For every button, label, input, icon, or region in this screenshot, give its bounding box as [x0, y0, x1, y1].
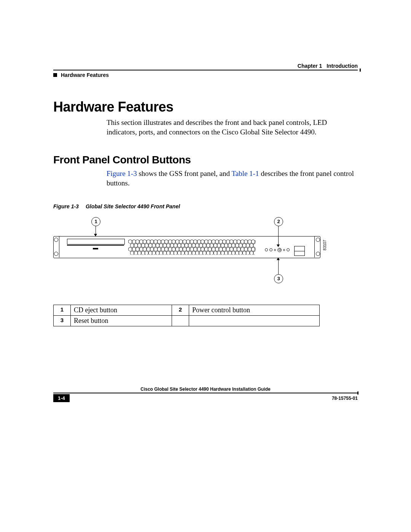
cd-tray — [67, 239, 125, 244]
callout-3-line — [278, 260, 279, 274]
callout-num: 1 — [54, 305, 71, 315]
ventilation-grille: ⬡⬡⬡⬡⬡⬡⬡⬡⬡⬡⬡⬡⬡⬡⬡⬡⬡⬡⬡⬡⬡⬡⬡⬡⬡⬡⬡⬡⬡⬡⬡⬡⬡⬡⬡⬡⬡⬡ ⬡… — [128, 240, 255, 255]
table-row: 1 CD eject button 2 Power control button — [54, 305, 320, 315]
callout-num-empty — [172, 315, 189, 326]
cd-slot — [67, 245, 124, 246]
reset-button-graphic — [287, 248, 290, 251]
header-rule — [53, 70, 358, 70]
figure-caption: Figure 1-3Global Site Selector 4490 Fron… — [53, 203, 358, 209]
callout-desc-empty — [189, 315, 319, 326]
device-outline: ⬡⬡⬡⬡⬡⬡⬡⬡⬡⬡⬡⬡⬡⬡⬡⬡⬡⬡⬡⬡⬡⬡⬡⬡⬡⬡⬡⬡⬡⬡⬡⬡⬡⬡⬡⬡⬡⬡ ⬡… — [53, 236, 320, 258]
callout-2: 2 — [274, 217, 283, 226]
table-row: 3 Reset button — [54, 315, 320, 326]
callout-3: 3 — [274, 274, 283, 283]
running-head-marker — [53, 73, 57, 77]
paragraph-2: Figure 1-3 shows the GSS front panel, an… — [107, 169, 358, 188]
chapter-label: Chapter 1 — [298, 63, 322, 69]
callout-num: 2 — [172, 305, 189, 315]
cd-eject-button-graphic — [93, 248, 98, 249]
intro-paragraph: This section illustrates and describes t… — [107, 118, 358, 137]
footer-rule — [53, 393, 358, 393]
figure-title: Global Site Selector 4490 Front Panel — [86, 203, 180, 209]
callout-1-line — [96, 226, 96, 235]
callout-1: 1 — [91, 217, 100, 226]
chapter-header: Chapter 1 Introduction — [53, 63, 358, 69]
rack-ear-right — [314, 236, 321, 257]
figure-xref[interactable]: Figure 1-3 — [107, 169, 137, 177]
callout-desc: Reset button — [71, 315, 172, 326]
running-head: Hardware Features — [53, 72, 358, 78]
rack-ear-left — [53, 236, 59, 257]
callout-table: 1 CD eject button 2 Power control button… — [53, 305, 320, 326]
figure-number: Figure 1-3 — [53, 203, 79, 209]
heading-2: Front Panel Control Buttons — [53, 154, 358, 166]
figure-part-number: 83107 — [323, 240, 327, 250]
callout-desc: CD eject button — [71, 305, 172, 315]
heading-1: Hardware Features — [53, 99, 358, 115]
callout-desc: Power control button — [189, 305, 319, 315]
power-button-graphic — [277, 248, 282, 252]
page-footer: Cisco Global Site Selector 4490 Hardware… — [53, 387, 358, 402]
footer-book-title: Cisco Global Site Selector 4490 Hardware… — [53, 387, 358, 392]
chapter-title: Introduction — [327, 63, 358, 69]
table-xref[interactable]: Table 1-1 — [231, 169, 259, 177]
usb-ports — [294, 246, 305, 256]
footer-page-number: 1-4 — [53, 394, 70, 402]
figure-illustration: 1 2 3 ⬡⬡⬡⬡⬡⬡⬡⬡⬡⬡⬡⬡⬡⬡⬡⬡⬡⬡⬡⬡⬡⬡⬡⬡⬡⬡⬡⬡⬡⬡⬡⬡⬡⬡… — [53, 217, 320, 289]
running-head-text: Hardware Features — [61, 72, 109, 78]
front-control-leds — [265, 248, 290, 252]
callout-num: 3 — [54, 315, 71, 326]
footer-doc-number: 78-15755-01 — [332, 396, 358, 401]
